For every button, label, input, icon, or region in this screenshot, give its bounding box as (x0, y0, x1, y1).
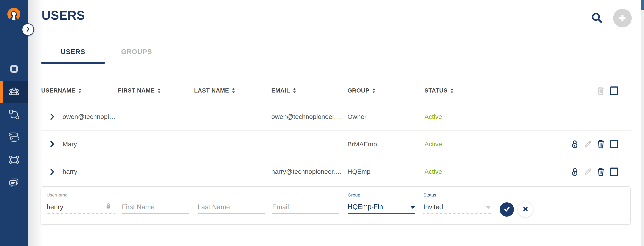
tab-groups[interactable]: GROUPS (105, 48, 168, 56)
group-select[interactable]: HQEmp-Fin (348, 201, 416, 214)
sort-icon (450, 88, 454, 93)
column-header-username[interactable]: USERNAME (41, 86, 82, 95)
page-title: USERS (42, 8, 85, 23)
status-select-value: Invited (423, 203, 443, 211)
table-body: owen@technopi… owen@technopioneer.… Owne… (41, 103, 631, 185)
table-row: owen@technopi… owen@technopioneer.… Owne… (41, 103, 631, 131)
column-header-group[interactable]: GROUP (348, 86, 376, 95)
sort-icon (158, 88, 161, 93)
edit-user-row: Username Group HQEmp-Fin (40, 186, 631, 225)
cell-group: Owner (348, 103, 366, 130)
row-actions (571, 131, 618, 158)
edit-icon (584, 140, 592, 148)
users-icon (9, 87, 20, 97)
cell-group: HQEmp (348, 158, 370, 185)
status-badge: Active (424, 158, 442, 185)
gear-icon (9, 64, 20, 75)
delete-icon[interactable] (597, 168, 604, 176)
tab-users[interactable]: USERS (41, 48, 105, 56)
tab-bar: USERS GROUPS (41, 48, 168, 56)
sidebar-nav (0, 58, 28, 194)
toolbar (591, 8, 632, 28)
search-icon[interactable] (591, 12, 603, 25)
last-name-field[interactable] (198, 201, 265, 214)
row-checkbox[interactable] (610, 168, 618, 176)
lock-icon[interactable] (571, 168, 578, 176)
cell-email: harry@technopioneer.… (271, 158, 342, 185)
expand-row-icon[interactable] (50, 158, 54, 185)
chevron-down-icon (410, 203, 416, 211)
sidebar-item-network[interactable] (0, 149, 28, 171)
cell-username: owen@technopi… (62, 103, 116, 130)
column-header-status[interactable]: STATUS (424, 86, 454, 95)
column-header-first-name[interactable]: FIRST NAME (118, 86, 161, 95)
sidebar-item-settings[interactable] (0, 58, 28, 81)
sort-icon (293, 88, 296, 93)
sidebar-item-support[interactable] (0, 171, 28, 194)
expand-row-icon[interactable] (50, 103, 54, 130)
add-user-button (613, 9, 632, 28)
status-select: Invited (423, 201, 491, 214)
select-all-checkbox[interactable] (610, 86, 618, 95)
delete-icon[interactable] (597, 140, 604, 149)
status-badge: Active (424, 103, 442, 130)
confirm-button[interactable] (500, 202, 514, 217)
openvpn-logo (6, 7, 22, 24)
sidebar (0, 0, 28, 246)
main-panel: USERS USERS GR (28, 0, 644, 246)
email-field[interactable] (272, 201, 339, 214)
cell-email: owen@technopioneer.… (271, 103, 342, 130)
users-page: USERS USERS GR (0, 0, 644, 246)
sort-icon (232, 88, 235, 93)
row-actions (571, 158, 618, 185)
sort-icon (78, 88, 82, 93)
server-icon (9, 132, 20, 143)
edit-icon (584, 168, 592, 176)
cell-username: harry (62, 158, 77, 185)
sort-icon (372, 88, 376, 93)
delete-selected-icon (597, 86, 604, 95)
username-label: Username (46, 192, 68, 198)
close-icon (522, 206, 529, 213)
cell-group: BrMAEmp (348, 131, 377, 158)
first-name-field[interactable] (122, 201, 189, 214)
chat-icon (9, 177, 20, 188)
sidebar-expand-button[interactable] (22, 23, 34, 36)
row-checkbox[interactable] (610, 140, 618, 148)
shapes-icon (9, 109, 20, 120)
column-header-last-name[interactable]: LAST NAME (194, 86, 235, 95)
status-badge: Active (424, 131, 442, 158)
sidebar-item-objects[interactable] (0, 103, 28, 126)
table-row: Mary BrMAEmp Active (41, 131, 631, 158)
group-label: Group (348, 192, 360, 198)
lock-icon (106, 203, 111, 210)
table-header: USERNAME FIRST NAME LAST NAME EMAIL GROU… (41, 86, 631, 95)
cell-username: Mary (62, 131, 77, 158)
group-select-value: HQEmp-Fin (348, 203, 383, 211)
status-label: Status (423, 192, 436, 198)
cancel-button[interactable] (518, 202, 533, 217)
lock-icon[interactable] (571, 140, 578, 149)
expand-row-icon[interactable] (50, 131, 54, 158)
chevron-right-icon (26, 26, 30, 33)
check-icon (503, 205, 511, 214)
column-header-email[interactable]: EMAIL (271, 86, 296, 95)
scrollbar-thumb[interactable] (641, 0, 644, 10)
sidebar-item-servers[interactable] (0, 126, 28, 149)
chevron-down-icon (486, 203, 491, 211)
active-tab-underline (41, 62, 105, 64)
plus-icon (618, 13, 627, 23)
sidebar-item-users[interactable] (0, 81, 28, 103)
table-row: harry harry@technopioneer.… HQEmp Active (41, 158, 631, 185)
scrollbar (641, 0, 644, 246)
network-nodes-icon (9, 155, 20, 166)
